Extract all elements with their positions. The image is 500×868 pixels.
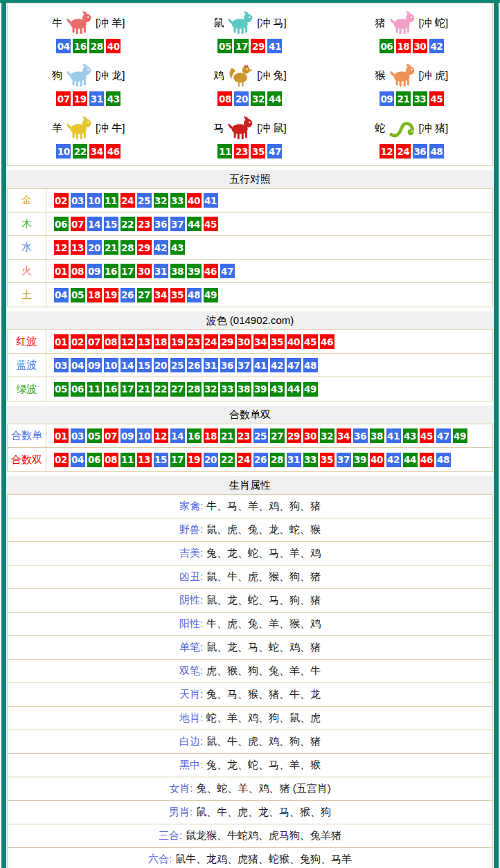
shengxiao-values-家禽: 牛、马、羊、鸡、狗、猪 <box>206 500 321 513</box>
number-ball-20: 20 <box>204 453 218 467</box>
number-ball-02: 02 <box>71 334 85 349</box>
number-ball-09: 09 <box>120 428 135 443</box>
number-ball-20: 20 <box>87 240 102 255</box>
number-ball-12: 12 <box>154 428 168 443</box>
number-ball-06: 06 <box>71 382 85 397</box>
number-ball-39: 39 <box>253 382 268 397</box>
shengxiao-label-天肖: 天肖: <box>179 688 203 701</box>
number-ball-26: 26 <box>187 358 202 372</box>
number-ball-34: 34 <box>154 288 168 302</box>
number-ball-39: 39 <box>353 453 368 467</box>
zodiac-numbers: 05172941 <box>217 39 283 53</box>
rooster-icon <box>224 62 256 87</box>
number-ball-18: 18 <box>396 39 411 53</box>
row-label-蓝波: 蓝波 <box>8 354 46 377</box>
number-ball-33: 33 <box>303 453 318 467</box>
number-ball-06: 06 <box>87 453 102 467</box>
number-ball-07: 07 <box>104 428 118 443</box>
number-ball-41: 41 <box>267 39 282 53</box>
zodiac-cell-dog: 狗[冲 龙]07193143 <box>8 62 169 106</box>
number-ball-34: 34 <box>89 144 104 159</box>
zodiac-clash: [冲 牛] <box>96 123 125 133</box>
page: 牛[冲 羊]04162840鼠[冲 马]05172941猪[冲 蛇]061830… <box>0 0 500 868</box>
number-ball-05: 05 <box>87 428 102 443</box>
number-ball-08: 08 <box>104 453 118 467</box>
number-ball-43: 43 <box>403 428 418 443</box>
zodiac-cell-pig: 猪[冲 蛇]06183042 <box>331 10 492 53</box>
zodiac-numbers: 06183042 <box>378 39 445 53</box>
shengxiao-values-吉美: 兔、龙、蛇、马、羊、鸡 <box>206 547 321 560</box>
shengxiao-row-女肖: 女肖:兔、蛇、羊、鸡、猪 (五宫肖) <box>8 777 492 801</box>
zodiac-name: 猪 <box>375 17 386 28</box>
zodiac-numbers: 11233547 <box>217 144 283 159</box>
zodiac-title: 猴[冲 虎] <box>375 62 449 87</box>
number-ball-36: 36 <box>154 217 168 231</box>
number-ball-23: 23 <box>234 144 249 159</box>
zodiac-title: 猪[冲 蛇] <box>375 10 449 35</box>
number-ball-32: 32 <box>154 193 168 208</box>
number-ball-42: 42 <box>386 453 401 467</box>
number-ball-01: 01 <box>54 264 69 278</box>
section-title-shengxiao: 生肖属性 <box>229 479 271 491</box>
zodiac-title: 鼠[冲 马] <box>213 10 287 35</box>
zodiac-name: 狗 <box>52 70 62 80</box>
shengxiao-values-男肖: 鼠、牛、虎、龙、马、猴、狗 <box>196 806 331 819</box>
number-ball-44: 44 <box>187 217 202 231</box>
number-ball-40: 40 <box>187 193 202 208</box>
zodiac-clash: [冲 羊] <box>96 17 125 28</box>
row-label-合数单: 合数单 <box>8 424 46 447</box>
snake-icon <box>386 115 418 140</box>
shengxiao-label-吉美: 吉美: <box>179 547 203 560</box>
number-ball-45: 45 <box>429 91 444 106</box>
shengxiao-values-凶丑: 鼠、牛、虎、猴、狗、猪 <box>206 570 321 584</box>
zodiac-cell-horse: 马[冲 鼠]11233547 <box>169 115 330 159</box>
number-ball-25: 25 <box>137 193 152 208</box>
shengxiao-row-六合: 六合:鼠牛、龙鸡、虎猪、蛇猴、兔狗、马羊 <box>8 848 492 868</box>
number-ball-37: 37 <box>170 217 185 231</box>
content: 牛[冲 羊]04162840鼠[冲 马]05172941猪[冲 蛇]061830… <box>7 3 493 868</box>
row-balls: 0103050709101214161821232527293032343638… <box>46 424 468 447</box>
shengxiao-row-白边: 白边:鼠、牛、虎、鸡、狗、猪 <box>8 730 492 754</box>
number-ball-05: 05 <box>71 288 85 302</box>
shengxiao-table: 家禽:牛、马、羊、鸡、狗、猪野兽:鼠、虎、兔、龙、蛇、猴吉美:兔、龙、蛇、马、羊… <box>7 494 493 868</box>
wuxing-row-水: 水1213202128294243 <box>8 236 492 260</box>
number-ball-31: 31 <box>89 91 104 106</box>
number-ball-42: 42 <box>270 358 285 372</box>
shengxiao-row-双笔: 双笔:虎、猴、狗、兔、羊、牛 <box>8 660 492 683</box>
zodiac-clash: [冲 猪] <box>419 123 449 133</box>
number-ball-01: 01 <box>54 428 69 443</box>
shengxiao-label-凶丑: 凶丑: <box>179 570 203 584</box>
zodiac-cell-rooster: 鸡[冲 兔]08203244 <box>169 62 330 106</box>
number-ball-46: 46 <box>106 144 120 159</box>
zodiac-clash: [冲 兔] <box>257 70 287 80</box>
zodiac-name: 鸡 <box>213 70 224 80</box>
number-ball-04: 04 <box>71 358 85 372</box>
zodiac-cell-rat: 鼠[冲 马]05172941 <box>169 10 330 53</box>
goat-icon <box>63 115 95 140</box>
number-ball-15: 15 <box>104 217 118 231</box>
number-ball-23: 23 <box>237 428 251 443</box>
number-ball-08: 08 <box>217 91 232 106</box>
zodiac-title: 鸡[冲 兔] <box>213 62 287 87</box>
number-ball-34: 34 <box>337 428 351 443</box>
row-label-绿波: 绿波 <box>8 377 46 401</box>
number-ball-46: 46 <box>420 453 434 467</box>
zodiac-numbers: 12243648 <box>378 144 445 159</box>
shengxiao-label-野兽: 野兽: <box>179 523 203 536</box>
heshu-row-合数单: 合数单0103050709101214161821232527293032343… <box>8 424 492 448</box>
zodiac-name: 鼠 <box>213 17 224 28</box>
zodiac-cell-ox: 牛[冲 羊]04162840 <box>8 10 169 53</box>
zodiac-title: 马[冲 鼠] <box>213 115 287 140</box>
zodiac-title: 羊[冲 牛] <box>52 115 125 140</box>
zodiac-clash: [冲 蛇] <box>419 17 449 28</box>
number-ball-30: 30 <box>137 264 152 278</box>
number-ball-24: 24 <box>237 453 251 467</box>
number-ball-24: 24 <box>120 193 135 208</box>
section-title-bose: 波色 (014902.com) <box>206 314 294 326</box>
row-label-金: 金 <box>8 189 46 212</box>
number-ball-29: 29 <box>220 334 235 349</box>
number-ball-44: 44 <box>267 91 282 106</box>
shengxiao-label-地肖: 地肖: <box>179 712 203 725</box>
number-ball-20: 20 <box>234 91 249 106</box>
number-ball-28: 28 <box>270 453 285 467</box>
